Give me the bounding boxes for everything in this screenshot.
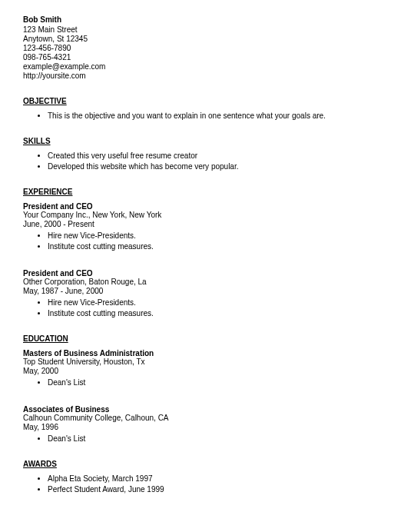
- resume-header: Bob Smith 123 Main Street Anytown, St 12…: [23, 15, 388, 80]
- list-item: Developed this website which has become …: [48, 162, 388, 171]
- list-item: Perfect Student Award, June 1999: [48, 485, 388, 494]
- job-block: President and CEO Other Corporation, Bat…: [23, 269, 388, 295]
- job-bullets: Hire new Vice-Presidents. Institute cost…: [23, 231, 388, 251]
- list-item: Dean's List: [48, 434, 388, 443]
- job-block: President and CEO Your Company Inc., New…: [23, 202, 388, 228]
- education-title: EDUCATION: [23, 334, 388, 343]
- job-title: President and CEO: [23, 202, 388, 211]
- degree-title: Associates of Business: [23, 405, 388, 414]
- header-phone2: 098-765-4321: [23, 53, 388, 62]
- skills-title: SKILLS: [23, 137, 388, 145]
- objective-list: This is the objective and you want to ex…: [23, 111, 388, 120]
- objective-title: OBJECTIVE: [23, 97, 388, 105]
- list-item: Hire new Vice-Presidents.: [48, 231, 388, 240]
- list-item: Hire new Vice-Presidents.: [48, 298, 388, 307]
- awards-list: Alpha Eta Society, March 1997 Perfect St…: [23, 474, 388, 494]
- school-bullets: Dean's List: [23, 434, 388, 443]
- list-item: Institute cost cutting measures.: [48, 242, 388, 251]
- job-company: Your Company Inc., New York, New York: [23, 211, 388, 219]
- job-dates: May, 1987 - June, 2000: [23, 287, 388, 295]
- list-item: Institute cost cutting measures.: [48, 309, 388, 318]
- school-dates: May, 2000: [23, 367, 388, 375]
- list-item: Dean's List: [48, 378, 388, 387]
- school-dates: May, 1996: [23, 423, 388, 431]
- header-phone1: 123-456-7890: [23, 44, 388, 52]
- header-name: Bob Smith: [23, 15, 388, 24]
- job-title: President and CEO: [23, 269, 388, 278]
- job-dates: June, 2000 - Present: [23, 220, 388, 228]
- school-block: Masters of Business Administration Top S…: [23, 349, 388, 375]
- awards-title: AWARDS: [23, 460, 388, 468]
- school-name: Top Student University, Houston, Tx: [23, 357, 388, 366]
- skills-list: Created this very useful free resume cre…: [23, 151, 388, 171]
- school-name: Calhoun Community College, Calhoun, CA: [23, 414, 388, 422]
- header-citystate: Anytown, St 12345: [23, 35, 388, 43]
- job-bullets: Hire new Vice-Presidents. Institute cost…: [23, 298, 388, 318]
- list-item: This is the objective and you want to ex…: [48, 111, 388, 120]
- list-item: Alpha Eta Society, March 1997: [48, 474, 388, 483]
- job-company: Other Corporation, Baton Rouge, La: [23, 278, 388, 286]
- school-bullets: Dean's List: [23, 378, 388, 387]
- header-website: http://yoursite.com: [23, 71, 388, 80]
- header-address: 123 Main Street: [23, 25, 388, 34]
- list-item: Created this very useful free resume cre…: [48, 151, 388, 160]
- school-block: Associates of Business Calhoun Community…: [23, 405, 388, 431]
- experience-title: EXPERIENCE: [23, 188, 388, 196]
- degree-title: Masters of Business Administration: [23, 349, 388, 357]
- header-email: example@example.com: [23, 62, 388, 71]
